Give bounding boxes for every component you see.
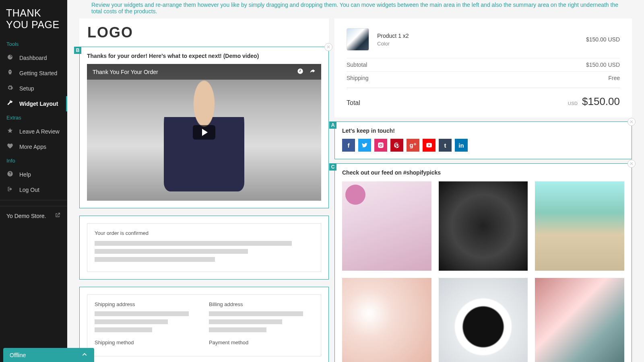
shipping-address-label: Shipping address	[95, 301, 199, 307]
video-widget-title: Thanks for your order! Here's what to ex…	[87, 53, 321, 59]
widget-tag-b: B	[74, 47, 81, 54]
placeholder-line	[209, 319, 282, 324]
offline-label: Offline	[10, 352, 26, 358]
total-value: $150.00	[582, 95, 620, 107]
share-icon[interactable]	[309, 68, 316, 76]
subtotal-value: $150.00 USD	[586, 62, 620, 68]
external-link-icon	[54, 212, 61, 220]
product-price: $150.00 USD	[586, 36, 620, 43]
store-name: Yo Demo Store.	[6, 213, 46, 219]
placeholder-line	[95, 249, 248, 254]
right-column: Product 1 x2 Color $150.00 USD Subtotal …	[334, 19, 632, 362]
product-image	[347, 28, 369, 51]
store-link[interactable]: Yo Demo Store.	[0, 206, 67, 226]
video-title-bar: Thank You For Your Order	[87, 64, 321, 80]
watch-later-icon[interactable]	[297, 68, 303, 76]
workspace: LOGO B ✕ Thanks for your order! Here's w…	[67, 19, 644, 362]
section-tools: Tools	[0, 38, 67, 50]
sidebar-label: Setup	[19, 85, 34, 92]
feed-image[interactable]	[535, 181, 624, 271]
billing-address-label: Billing address	[209, 301, 314, 307]
star-icon	[6, 128, 14, 136]
sidebar-label: Widget Layout	[19, 101, 58, 107]
placeholder-line	[209, 327, 266, 332]
play-button[interactable]	[193, 125, 215, 140]
twitter-icon[interactable]	[358, 139, 371, 152]
placeholder-line	[95, 319, 168, 324]
sidebar-item-widget-layout[interactable]: Widget Layout	[0, 96, 67, 111]
sidebar-label: Getting Started	[19, 70, 57, 76]
linkedin-icon[interactable]: in	[455, 139, 468, 152]
social-widget[interactable]: A ✕ Let's keep in touch! f g⁺ t in	[334, 121, 632, 159]
sidebar-label: Dashboard	[19, 55, 47, 61]
sidebar-item-getting-started[interactable]: Getting Started	[0, 66, 67, 81]
close-icon[interactable]: ✕	[627, 160, 636, 168]
placeholder-line	[95, 257, 215, 262]
subtotal-label: Subtotal	[347, 62, 367, 68]
heart-icon	[6, 143, 14, 151]
close-icon[interactable]: ✕	[627, 118, 636, 126]
google-plus-icon[interactable]: g⁺	[407, 139, 419, 152]
youtube-icon[interactable]	[423, 139, 436, 152]
feed-image[interactable]	[535, 278, 624, 362]
left-column: LOGO B ✕ Thanks for your order! Here's w…	[79, 19, 329, 362]
instagram-icon[interactable]	[374, 139, 387, 152]
divider	[0, 200, 67, 200]
sidebar-label: Leave A Review	[19, 128, 60, 135]
feed-image[interactable]	[342, 278, 431, 362]
chevron-up-icon	[81, 351, 88, 359]
sidebar-item-help[interactable]: Help	[0, 167, 67, 182]
sidebar: THANK YOU PAGE Tools Dashboard Getting S…	[0, 0, 67, 362]
video-player[interactable]: Thank You For Your Order	[87, 64, 321, 201]
feed-image[interactable]	[439, 181, 528, 271]
shipping-method-label: Shipping method	[95, 339, 199, 346]
close-icon[interactable]: ✕	[324, 43, 332, 51]
widget-tag-a: A	[329, 121, 336, 129]
sidebar-label: Help	[19, 171, 31, 178]
facebook-icon[interactable]: f	[342, 139, 355, 152]
product-name: Product 1 x2	[377, 33, 578, 39]
help-text: Review your widgets and re-arrange them …	[67, 0, 644, 19]
total-label: Total	[347, 99, 360, 107]
app-logo: THANK YOU PAGE	[0, 0, 67, 38]
video-widget[interactable]: B ✕ Thanks for your order! Here's what t…	[79, 47, 329, 208]
video-title: Thank You For Your Order	[93, 69, 158, 75]
placeholder-line	[209, 311, 303, 316]
rocket-icon	[6, 69, 14, 77]
shipping-label: Shipping	[347, 75, 369, 81]
shipping-value: Free	[608, 75, 620, 81]
payment-method-label: Payment method	[209, 339, 314, 346]
page-logo: LOGO	[79, 19, 329, 47]
feed-widget-title: Check out our feed on #shopifypicks	[342, 169, 624, 176]
sidebar-item-more-apps[interactable]: More Apps	[0, 139, 67, 154]
gear-icon	[6, 84, 14, 93]
placeholder-line	[95, 327, 152, 332]
sidebar-item-dashboard[interactable]: Dashboard	[0, 50, 67, 66]
subtotal-line: Subtotal $150.00 USD	[347, 58, 620, 71]
shipping-line: Shipping Free	[347, 71, 620, 84]
product-row: Product 1 x2 Color $150.00 USD	[347, 28, 620, 51]
gauge-icon	[6, 54, 14, 62]
social-widget-title: Let's keep in touch!	[342, 128, 624, 134]
feed-widget[interactable]: C ✕ Check out our feed on #shopifypicks	[334, 163, 632, 362]
sidebar-label: Log Out	[19, 187, 39, 193]
total-line: Total USD $150.00	[347, 88, 620, 108]
offline-status-bar[interactable]: Offline	[3, 348, 94, 362]
confirmed-title: Your order is confirmed	[95, 230, 314, 236]
feed-image[interactable]	[342, 181, 431, 271]
tumblr-icon[interactable]: t	[439, 139, 452, 152]
sidebar-item-setup[interactable]: Setup	[0, 81, 67, 96]
sidebar-item-logout[interactable]: Log Out	[0, 182, 67, 197]
order-confirmed-widget[interactable]: Your order is confirmed	[79, 216, 329, 280]
total-currency: USD	[568, 101, 578, 106]
pinterest-icon[interactable]	[390, 139, 403, 152]
sidebar-item-leave-review[interactable]: Leave A Review	[0, 124, 67, 139]
wrench-icon	[6, 100, 14, 108]
feed-image[interactable]	[439, 278, 528, 362]
addresses-widget[interactable]: Shipping address Shipping method Billing…	[79, 287, 329, 362]
question-icon	[6, 171, 14, 179]
main-area: Review your widgets and re-arrange them …	[67, 0, 644, 362]
logout-icon	[6, 186, 14, 194]
widget-tag-c: C	[329, 163, 336, 171]
section-info: Info	[0, 154, 67, 167]
